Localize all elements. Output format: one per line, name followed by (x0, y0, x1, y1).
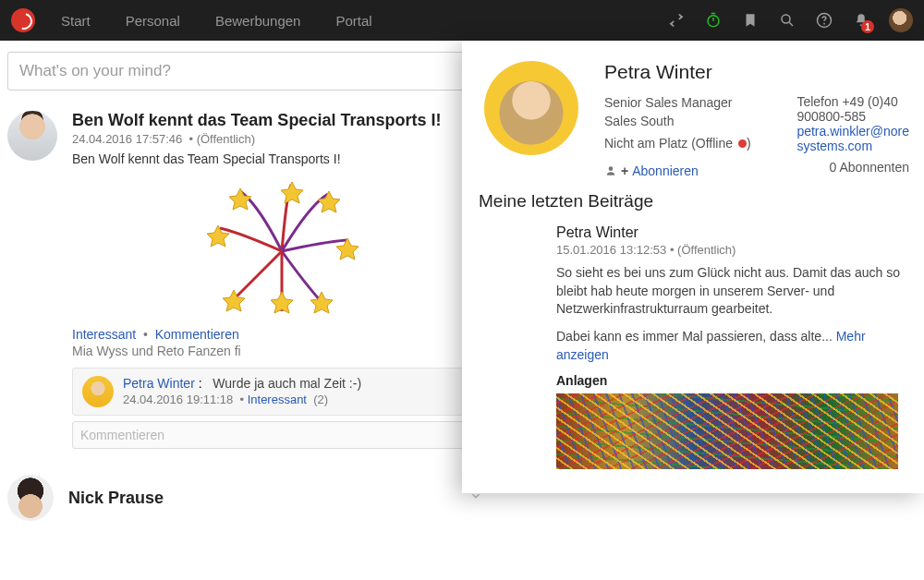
post-likes-summary: Mia Wyss und Reto Fanzen fi (72, 344, 492, 358)
post-timestamp: 24.04.2016 17:57:46 (72, 132, 182, 146)
recent-post-meta: 15.01.2016 13:12:53 • (Öffentlich) (556, 243, 918, 257)
svg-marker-6 (318, 191, 340, 212)
top-bar: Start Personal Bewerbungen Portal 1 (0, 0, 924, 41)
comment-timestamp: 24.04.2016 19:11:18 (123, 393, 233, 406)
post-title: Ben Wolf kennt das Team Special Transpor… (72, 111, 492, 130)
follow-control[interactable]: + Abonnieren (604, 163, 751, 178)
app-logo-icon[interactable] (11, 8, 35, 32)
feed-post: Ben Wolf kennt das Team Special Transpor… (7, 111, 492, 449)
comments: Petra Winter : Wurde ja auch mal Zeit :-… (72, 368, 492, 449)
post-image (72, 174, 492, 323)
swap-icon[interactable] (667, 11, 686, 30)
svg-marker-4 (229, 188, 251, 210)
post-visibility: (Öffentlich) (197, 132, 255, 146)
profile-status: Nicht am Platz (Offline ) (604, 136, 751, 151)
comment-input[interactable]: Kommentieren (72, 421, 492, 449)
help-icon[interactable] (815, 11, 833, 30)
nav-start[interactable]: Start (61, 13, 91, 29)
follow-link[interactable]: Abonnieren (632, 163, 699, 178)
nav-portal[interactable]: Portal (335, 13, 371, 29)
stopwatch-icon[interactable] (704, 11, 723, 30)
notification-badge: 1 (861, 20, 874, 33)
status-dot-icon (738, 139, 747, 148)
comment-interest-count: (2) (313, 393, 328, 406)
profile-email[interactable]: petra.winkler@noresystems.com (796, 124, 909, 153)
profile-phone-2: 900800-585 (796, 109, 909, 124)
profile-popover: Petra Winter Senior Sales Manager Sales … (462, 41, 924, 493)
comment: Petra Winter : Wurde ja auch mal Zeit :-… (72, 368, 492, 416)
plus-icon: + (621, 163, 628, 178)
profile-avatar[interactable] (484, 61, 578, 155)
post-text: Ben Wolf kennt das Team Special Transpor… (72, 151, 492, 166)
nav-personal[interactable]: Personal (126, 13, 180, 29)
action-comment[interactable]: Kommentieren (155, 327, 239, 342)
profile-department: Sales South (604, 113, 751, 131)
comment-author[interactable]: Petra Winter (123, 376, 195, 391)
composer-input[interactable]: What's on your mind? (7, 52, 492, 91)
svg-marker-5 (281, 182, 303, 203)
comment-meta: 24.04.2016 19:11:18 • Interessant (2) (123, 393, 481, 406)
topbar-actions: 1 (667, 8, 913, 32)
nav-bewerbungen[interactable]: Bewerbungen (215, 13, 301, 29)
recent-post-author: Petra Winter (556, 224, 918, 241)
profile-name: Petra Winter (604, 61, 909, 83)
profile-phone: Telefon +49 (0)40 (796, 94, 909, 109)
comment-action-interesting[interactable]: Interessant (248, 393, 307, 406)
recent-post-text-2: Dabei kann es immer Mal passieren, dass … (556, 328, 918, 364)
comment-text: Wurde ja auch mal Zeit :-) (213, 376, 361, 391)
recent-post-text: So sieht es bei uns zum Glück nicht aus.… (556, 264, 918, 319)
fireworks-icon (203, 177, 360, 316)
recent-posts-heading: Meine letzten Beiträge (479, 191, 924, 211)
feed-post: Nick Prause (7, 475, 492, 521)
attachment-image[interactable] (556, 393, 898, 469)
comment-sep: : (199, 376, 202, 391)
current-user-avatar[interactable] (889, 8, 913, 32)
feed-column: What's on your mind? Ben Wolf kennt das … (0, 41, 499, 521)
search-icon[interactable] (778, 11, 796, 30)
profile-recent-post: Petra Winter 15.01.2016 13:12:53 • (Öffe… (484, 224, 924, 469)
post-author-avatar[interactable] (7, 111, 57, 161)
svg-marker-11 (271, 292, 293, 313)
person-icon (604, 164, 617, 177)
post-actions: Interessant • Kommentieren (72, 327, 492, 342)
attachments-heading: Anlagen (556, 373, 918, 388)
svg-point-3 (823, 23, 825, 25)
profile-jobtitle: Senior Sales Manager (604, 94, 751, 113)
post-author-avatar[interactable] (7, 475, 54, 521)
post-meta: 24.04.2016 17:57:46 • (Öffentlich) (72, 132, 492, 146)
action-interesting[interactable]: Interessant (72, 327, 136, 342)
notifications-icon[interactable]: 1 (852, 11, 870, 30)
bookmark-icon[interactable] (741, 11, 760, 30)
comment-author-avatar[interactable] (82, 376, 114, 407)
post-author-name: Nick Prause (68, 489, 164, 508)
svg-point-1 (782, 15, 790, 23)
